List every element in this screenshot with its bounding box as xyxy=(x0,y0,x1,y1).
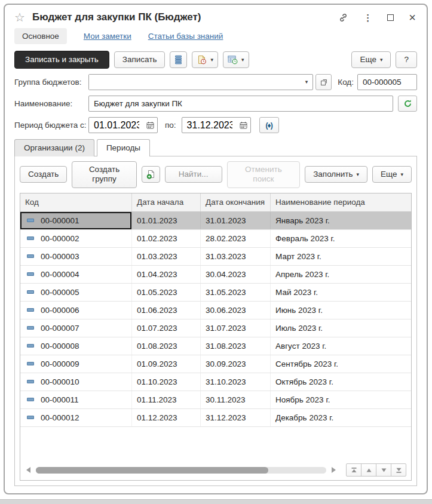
code-input[interactable] xyxy=(357,74,417,90)
list-element-icon xyxy=(27,398,34,401)
period-to-field[interactable] xyxy=(182,117,251,133)
list-element-icon xyxy=(27,362,34,365)
table-row[interactable]: 00-000009 01.09.2023 30.09.2023 Сентябрь… xyxy=(20,355,411,373)
fill-button[interactable]: Заполнить ▾ xyxy=(305,166,367,183)
scroll-right-arrow[interactable] xyxy=(332,467,336,473)
cell-period-name: Сентябрь 2023 г. xyxy=(271,355,411,373)
table-row[interactable]: 00-000010 01.10.2023 31.10.2023 Октябрь … xyxy=(20,373,411,391)
table-row[interactable]: 00-000001 01.01.2023 31.01.2023 Январь 2… xyxy=(20,212,411,230)
tab-periods[interactable]: Периоды xyxy=(97,139,150,156)
open-group-button[interactable] xyxy=(315,74,332,90)
caret-down-icon: ▾ xyxy=(241,57,244,63)
period-from-field[interactable] xyxy=(88,117,158,133)
table-row[interactable]: 00-000003 01.03.2023 31.03.2023 Март 202… xyxy=(20,248,411,266)
go-next-row-button[interactable] xyxy=(376,463,391,477)
create-button[interactable]: Создать xyxy=(20,166,67,183)
maximize-icon xyxy=(387,14,394,21)
scrollbar-thumb[interactable] xyxy=(36,467,268,474)
budget-group-label: Группа бюджетов: xyxy=(14,78,88,87)
cell-code: 00-000009 xyxy=(20,355,132,373)
detail-tabs: Организации (2) Периоды xyxy=(5,139,427,156)
title-bar: ☆ Бюджет для закупки ПК (Бюджет) ⋮ × xyxy=(5,5,427,26)
cell-start-date: 01.02.2023 xyxy=(132,230,201,247)
cell-end-date: 31.08.2023 xyxy=(201,337,271,355)
period-to-input[interactable] xyxy=(182,120,232,131)
budget-group-input[interactable] xyxy=(89,75,301,90)
periods-table: Код Дата начала Дата окончания Наименова… xyxy=(20,193,412,481)
cell-period-name: Январь 2023 г. xyxy=(271,212,411,229)
name-input[interactable] xyxy=(88,96,393,112)
link-icon[interactable] xyxy=(338,13,348,23)
cell-start-date: 01.09.2023 xyxy=(132,355,201,373)
column-header-period-name[interactable]: Наименование периода xyxy=(271,193,411,211)
horizontal-scrollbar[interactable] xyxy=(36,467,326,474)
table-row[interactable]: 00-000011 01.11.2023 30.11.2023 Ноябрь 2… xyxy=(20,391,411,409)
column-header-end-date[interactable]: Дата окончания xyxy=(201,193,271,211)
help-button[interactable]: ? xyxy=(396,51,417,68)
scroll-left-arrow[interactable] xyxy=(26,467,30,473)
table-row[interactable]: 00-000002 01.02.2023 28.02.2023 Февраль … xyxy=(20,230,411,248)
structure-button[interactable] xyxy=(170,51,187,68)
table-row[interactable]: 00-000007 01.07.2023 31.07.2023 Июль 202… xyxy=(20,319,411,337)
refresh-name-button[interactable] xyxy=(398,96,417,112)
cell-code: 00-000005 xyxy=(20,284,132,301)
dropdown-caret-icon[interactable]: ▾ xyxy=(301,79,313,85)
save-and-close-button[interactable]: Записать и закрыть xyxy=(14,51,109,69)
tab-organizations[interactable]: Организации (2) xyxy=(14,139,94,156)
find-button[interactable]: Найти... xyxy=(165,166,222,183)
cell-start-date: 01.05.2023 xyxy=(132,284,201,301)
list-history-button[interactable]: ▾ xyxy=(223,51,249,68)
column-header-code[interactable]: Код xyxy=(20,193,132,211)
nav-kb-articles-link[interactable]: Статьи базы знаний xyxy=(148,32,223,41)
table-footer xyxy=(20,461,411,480)
table-row[interactable]: 00-000008 01.08.2023 31.08.2023 Август 2… xyxy=(20,337,411,355)
cell-end-date: 31.05.2023 xyxy=(201,284,271,301)
go-previous-row-button[interactable] xyxy=(361,463,376,477)
table-row[interactable]: 00-000006 01.06.2023 30.06.2023 Июнь 202… xyxy=(20,302,411,319)
more-button-top[interactable]: Еще ▾ xyxy=(351,51,391,68)
nav-my-notes-link[interactable]: Мои заметки xyxy=(84,32,131,41)
cell-start-date: 01.11.2023 xyxy=(132,391,201,408)
cell-code: 00-000008 xyxy=(20,337,132,355)
go-last-row-button[interactable] xyxy=(391,463,406,477)
list-element-icon xyxy=(27,236,34,240)
cell-code: 00-000003 xyxy=(20,248,132,265)
cell-period-name: Июль 2023 г. xyxy=(271,319,411,337)
column-header-start-date[interactable]: Дата начала xyxy=(132,193,201,211)
more-button-list[interactable]: Еще ▾ xyxy=(372,166,412,183)
cell-end-date: 31.03.2023 xyxy=(201,248,271,265)
table-row[interactable]: 00-000004 01.04.2023 30.04.2023 Апрель 2… xyxy=(20,266,411,284)
budget-group-field[interactable]: ▾ xyxy=(88,74,313,90)
caret-down-icon: ▾ xyxy=(356,172,359,177)
form-area: Группа бюджетов: ▾ Код: Наименование: xyxy=(5,74,427,133)
cell-start-date: 01.07.2023 xyxy=(132,319,201,337)
list-element-icon xyxy=(27,416,34,419)
create-group-icon-button[interactable] xyxy=(142,166,160,183)
choose-period-button[interactable]: (♦) xyxy=(259,117,279,133)
period-from-input[interactable] xyxy=(89,120,139,131)
table-body: 00-000001 01.01.2023 31.01.2023 Январь 2… xyxy=(20,212,411,461)
table-row[interactable]: 00-000005 01.05.2023 31.05.2023 Май 2023… xyxy=(20,284,411,302)
document-history-button[interactable]: ▾ xyxy=(192,51,218,68)
caret-down-icon: ▾ xyxy=(380,57,383,63)
maximize-button[interactable] xyxy=(387,14,394,21)
name-label: Наименование: xyxy=(14,99,88,108)
cell-period-name: Май 2023 г. xyxy=(271,284,411,301)
open-icon xyxy=(320,79,327,86)
cell-period-name: Июнь 2023 г. xyxy=(271,302,411,319)
close-button[interactable]: × xyxy=(409,11,416,23)
create-group-button[interactable]: Создать группу xyxy=(72,161,136,188)
nav-main-chip[interactable]: Основное xyxy=(14,28,67,44)
favorite-star-icon[interactable]: ☆ xyxy=(14,11,25,23)
kebab-menu-icon[interactable]: ⋮ xyxy=(363,13,372,22)
calendar-icon[interactable] xyxy=(240,121,250,129)
cell-period-name: Март 2023 г. xyxy=(271,248,411,265)
save-button[interactable]: Записать xyxy=(114,51,166,68)
cell-start-date: 01.03.2023 xyxy=(132,248,201,265)
row-navigation-group xyxy=(346,463,406,477)
periods-panel: Создать Создать группу Найти... Отменить… xyxy=(14,156,417,486)
calendar-icon[interactable] xyxy=(146,121,157,129)
go-first-row-button[interactable] xyxy=(346,463,361,477)
budget-form-window: ☆ Бюджет для закупки ПК (Бюджет) ⋮ × Осн… xyxy=(4,4,428,494)
table-row[interactable]: 00-000012 01.12.2023 31.12.2023 Декабрь … xyxy=(20,409,411,427)
